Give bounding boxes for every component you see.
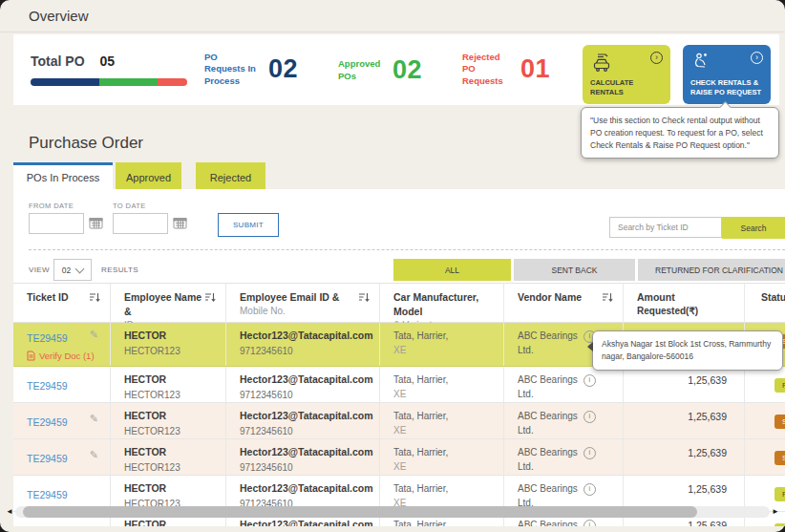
chevron-down-icon bbox=[75, 264, 85, 273]
to-date-input[interactable] bbox=[113, 213, 168, 234]
sort-icon[interactable] bbox=[358, 292, 370, 322]
scrollbar-track[interactable] bbox=[15, 506, 770, 518]
dashed-divider bbox=[29, 249, 785, 250]
submit-button[interactable]: SUBMIT bbox=[218, 213, 279, 237]
bar-segment-in-process bbox=[31, 78, 99, 86]
ticket-link[interactable]: TE29459 bbox=[27, 332, 68, 344]
calendar-icon[interactable] bbox=[89, 216, 103, 229]
total-po-block: Total PO 05 bbox=[31, 53, 187, 86]
bar-segment-approved bbox=[99, 78, 158, 86]
po-distribution-bar bbox=[31, 78, 187, 86]
sort-icon[interactable] bbox=[204, 292, 216, 322]
purchase-order-title: Purchase Order bbox=[29, 134, 143, 153]
calendar-icon[interactable] bbox=[173, 216, 187, 229]
filter-chip-returned[interactable]: RETURNED FOR CLARIFICATION bbox=[638, 259, 785, 281]
overview-header: Overview bbox=[0, 0, 785, 32]
view-label: VIEW bbox=[29, 266, 50, 274]
filter-chip-sent-back[interactable]: SENT BACK bbox=[514, 259, 635, 281]
check-rentals-label: CHECK RENTALS & RAISE PO REQUEST bbox=[690, 78, 765, 97]
info-icon[interactable]: i bbox=[583, 374, 596, 387]
stat-in-process: PO Requests In Process 02 bbox=[204, 52, 298, 87]
ticket-link[interactable]: TE29459 bbox=[27, 453, 68, 464]
table-header-row: Ticket ID Employee Name & ID Employee Em… bbox=[13, 283, 785, 323]
column-header-status: Status bbox=[745, 284, 785, 322]
car-variant: XE bbox=[393, 343, 494, 357]
tab-pos-in-process[interactable]: POs In Process bbox=[13, 162, 113, 189]
car-seat-icon bbox=[690, 52, 711, 73]
stat-rejected-value: 01 bbox=[520, 55, 550, 85]
scrollbar-thumb[interactable] bbox=[23, 506, 697, 518]
employee-id: HECTOR123 bbox=[124, 344, 216, 358]
status-badge: Returned for Clarification bbox=[774, 523, 785, 526]
ticket-link[interactable]: TE29459 bbox=[27, 380, 68, 392]
po-tabs: POs In Process Approved Rejected bbox=[13, 162, 265, 189]
employee-name: HECTOR bbox=[124, 329, 216, 344]
bar-segment-rejected bbox=[158, 78, 187, 86]
horizontal-scrollbar[interactable]: ◄ ► bbox=[6, 505, 779, 518]
column-header-car: Car Manufacturer, Model & Variant bbox=[380, 284, 504, 322]
check-rentals-raise-po-button[interactable]: › CHECK RENTALS & RAISE PO REQUEST bbox=[683, 45, 771, 104]
scroll-left-icon[interactable]: ◄ bbox=[6, 508, 15, 516]
results-label: RESULTS bbox=[101, 266, 138, 274]
edit-icon[interactable]: ✎ bbox=[90, 449, 98, 461]
column-header-vendor: Vendor Name bbox=[504, 284, 624, 322]
open-arrow-icon[interactable]: › bbox=[751, 52, 763, 64]
status-badge: Returned for Clarification bbox=[774, 487, 785, 501]
column-header-amount: Amount Requested(₹) bbox=[624, 284, 745, 322]
app-window: Overview Total PO 05 PO Requests In Proc… bbox=[0, 0, 785, 532]
from-date-input[interactable] bbox=[29, 213, 84, 234]
info-icon[interactable]: i bbox=[583, 447, 596, 459]
overview-stats-card: Total PO 05 PO Requests In Process 02 Ap… bbox=[13, 34, 779, 105]
status-badge: Returned for Clarification bbox=[774, 378, 785, 393]
open-arrow-icon[interactable]: › bbox=[650, 52, 663, 64]
total-po-label: Total PO bbox=[31, 53, 85, 69]
ticket-link[interactable]: TE29459 bbox=[27, 525, 68, 526]
total-po-value: 05 bbox=[100, 53, 116, 69]
edit-icon[interactable]: ✎ bbox=[90, 413, 98, 425]
from-date-label: FROM DATE bbox=[29, 202, 74, 210]
stat-rejected: Rejected PO Requests 01 bbox=[462, 52, 550, 87]
stat-approved-value: 02 bbox=[392, 55, 422, 85]
filter-chip-all[interactable]: ALL bbox=[393, 259, 511, 281]
edit-icon[interactable]: ✎ bbox=[90, 329, 98, 341]
employee-mobile: 9712345610 bbox=[240, 344, 370, 358]
info-icon[interactable]: i bbox=[583, 483, 596, 496]
table-row[interactable]: TE29459 HECTOR HECTOR123 Hector123@Tatac… bbox=[13, 367, 785, 403]
info-icon[interactable]: i bbox=[583, 411, 596, 423]
vendor-name: ABC Bearings bbox=[518, 330, 578, 341]
employee-email: Hector123@Tatacapital.com bbox=[240, 329, 370, 344]
tab-approved[interactable]: Approved bbox=[116, 162, 181, 189]
calculate-rentals-label: CALCULATE RENTALS bbox=[590, 78, 665, 97]
scroll-right-icon[interactable]: ► bbox=[770, 508, 779, 516]
car-rental-icon bbox=[590, 52, 613, 73]
car-model: Tata, Harrier, bbox=[393, 329, 494, 343]
stat-rejected-label: Rejected PO Requests bbox=[462, 52, 512, 87]
table-row[interactable]: TE29459 ✎ HECTOR HECTOR123 Hector123@Tat… bbox=[13, 439, 785, 476]
column-header-ticket-id: Ticket ID bbox=[13, 284, 111, 322]
search-input[interactable] bbox=[609, 217, 722, 238]
view-count-value: 02 bbox=[62, 266, 71, 275]
table-row[interactable]: TE29459 ✎ HECTOR HECTOR123 Hector123@Tat… bbox=[13, 403, 785, 439]
vendor-address-tooltip: Akshya Nagar 1st Block 1st Cross, Rammur… bbox=[592, 330, 783, 371]
column-header-employee-name: Employee Name & ID bbox=[111, 284, 226, 322]
ticket-link[interactable]: TE29459 bbox=[27, 416, 68, 428]
ticket-link[interactable]: TE29459 bbox=[27, 489, 68, 500]
search-button[interactable]: Search bbox=[722, 217, 785, 239]
status-badge: Sent Back bbox=[774, 415, 785, 429]
verify-doc-link[interactable]: Verify Doc (1) bbox=[27, 351, 100, 361]
view-count-dropdown[interactable]: 02 bbox=[53, 259, 92, 281]
status-badge: Sent Back bbox=[774, 451, 785, 465]
stat-in-process-value: 02 bbox=[268, 55, 298, 85]
column-header-employee-email: Employee Email ID & Mobile No. bbox=[226, 284, 380, 322]
info-icon[interactable]: i bbox=[583, 520, 596, 526]
sort-icon[interactable] bbox=[89, 292, 100, 322]
check-rentals-tooltip: "Use this section to Check rental output… bbox=[581, 107, 779, 159]
overview-title: Overview bbox=[29, 8, 89, 24]
to-date-label: TO DATE bbox=[113, 202, 146, 210]
tab-rejected[interactable]: Rejected bbox=[196, 162, 265, 189]
stat-approved: Approved POs 02 bbox=[338, 55, 422, 85]
stat-approved-label: Approved POs bbox=[338, 58, 384, 82]
calculate-rentals-button[interactable]: › CALCULATE RENTALS bbox=[583, 45, 670, 104]
stat-in-process-label: PO Requests In Process bbox=[204, 52, 260, 87]
sort-icon[interactable] bbox=[602, 292, 613, 322]
